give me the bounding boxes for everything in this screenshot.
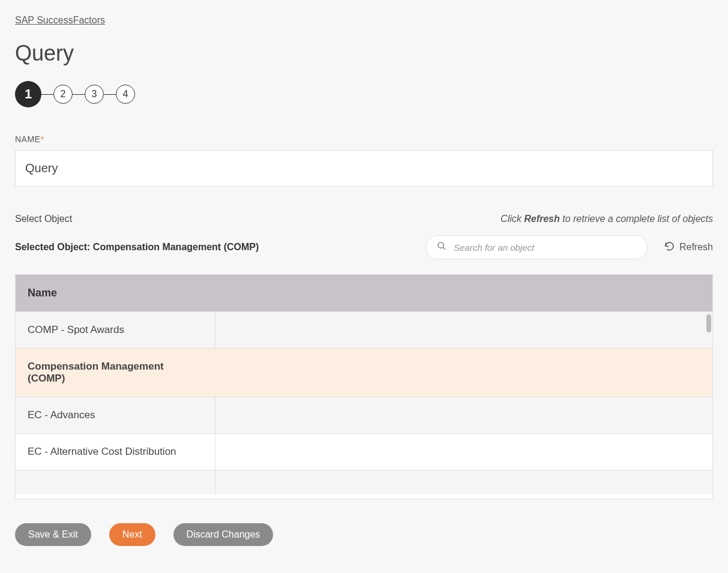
table-cell-empty	[215, 312, 712, 348]
selected-object-label: Selected Object: Compensation Management…	[15, 242, 259, 253]
button-row: Save & Exit Next Discard Changes	[15, 523, 713, 546]
step-2[interactable]: 2	[53, 85, 73, 104]
selected-object-value: Compensation Management (COMP)	[93, 242, 259, 252]
name-field-label: NAME*	[15, 134, 713, 144]
table-cell-empty	[215, 397, 712, 433]
hint-suffix: to retrieve a complete list of objects	[560, 214, 713, 224]
breadcrumb-link[interactable]: SAP SuccessFactors	[15, 15, 105, 26]
table-row[interactable]: Compensation Management (COMP)	[16, 349, 712, 397]
hint-bold: Refresh	[524, 214, 560, 224]
refresh-button[interactable]: Refresh	[664, 241, 713, 254]
name-input[interactable]	[15, 150, 713, 187]
step-connector	[73, 94, 85, 95]
discard-changes-button[interactable]: Discard Changes	[173, 523, 274, 546]
step-connector	[41, 94, 53, 95]
table-cell-name: COMP - Spot Awards	[16, 312, 215, 348]
table-row[interactable]: COMP - Spot Awards	[16, 312, 712, 349]
save-exit-button[interactable]: Save & Exit	[15, 523, 91, 546]
name-label-text: NAME	[15, 134, 40, 144]
table-body[interactable]: COMP - Spot Awards Compensation Manageme…	[16, 312, 712, 499]
scrollbar-thumb[interactable]	[706, 314, 711, 332]
required-marker: *	[40, 134, 44, 144]
refresh-hint: Click Refresh to retrieve a complete lis…	[501, 214, 713, 224]
search-input[interactable]	[454, 242, 636, 253]
select-object-label: Select Object	[15, 214, 72, 224]
hint-prefix: Click	[501, 214, 524, 224]
refresh-label: Refresh	[679, 242, 713, 253]
refresh-icon	[664, 241, 675, 254]
table-cell-empty	[215, 434, 712, 470]
table-cell-name	[16, 470, 215, 494]
table-cell-name: Compensation Management (COMP)	[16, 349, 215, 397]
search-box[interactable]	[426, 235, 648, 259]
step-3[interactable]: 3	[85, 85, 104, 104]
svg-point-0	[438, 242, 444, 248]
step-1[interactable]: 1	[15, 81, 41, 107]
table-header-name: Name	[16, 275, 712, 312]
stepper: 1 2 3 4	[15, 81, 713, 107]
step-connector	[104, 94, 116, 95]
table-row[interactable]: EC - Advances	[16, 397, 712, 434]
search-icon	[437, 241, 447, 253]
table-row[interactable]	[16, 470, 712, 494]
table-cell-name: EC - Alternative Cost Distribution	[16, 434, 215, 470]
next-button[interactable]: Next	[109, 523, 155, 546]
table-row[interactable]: EC - Alternative Cost Distribution	[16, 434, 712, 470]
table-cell-name: EC - Advances	[16, 397, 215, 433]
page-title: Query	[15, 41, 713, 66]
selected-object-prefix: Selected Object:	[15, 242, 93, 252]
table-cell-empty	[215, 470, 712, 494]
table-cell-empty	[215, 349, 712, 397]
step-4[interactable]: 4	[116, 85, 135, 104]
svg-line-1	[443, 247, 445, 250]
object-table: Name COMP - Spot Awards Compensation Man…	[15, 274, 713, 499]
